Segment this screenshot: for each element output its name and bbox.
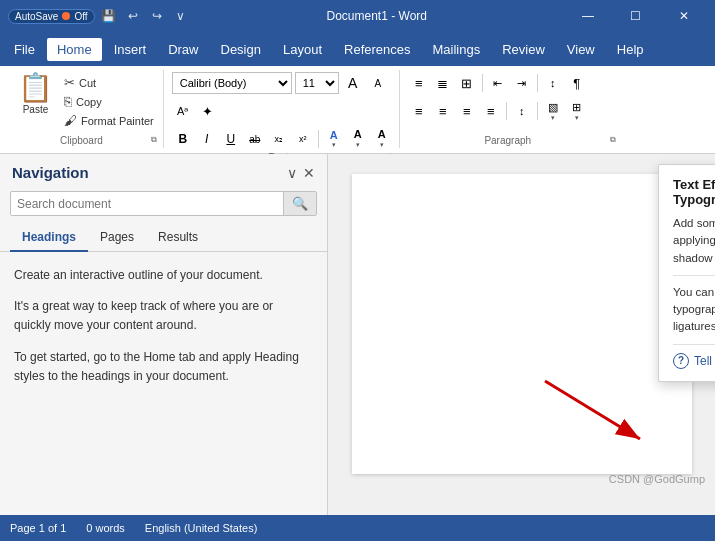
multilevel-btn[interactable]: ⊞ — [456, 72, 478, 94]
cut-button[interactable]: ✂ Cut — [61, 74, 157, 91]
font-name-row: Calibri (Body) 11 A A — [172, 72, 393, 94]
nav-chevron-icon[interactable]: ∨ — [287, 165, 297, 181]
menu-help[interactable]: Help — [607, 38, 654, 61]
text-effects-button[interactable]: A ▾ — [323, 128, 345, 150]
nav-para-2: It's a great way to keep track of where … — [14, 297, 313, 335]
menu-home[interactable]: Home — [47, 38, 102, 61]
document-area: Text Effects and Typography Add some fla… — [328, 154, 715, 515]
font-color-button[interactable]: A ▾ — [371, 128, 393, 150]
nav-para-1: Create an interactive outline of your do… — [14, 266, 313, 285]
menu-references[interactable]: References — [334, 38, 420, 61]
customize-icon[interactable]: ∨ — [173, 8, 189, 24]
shading-arrow: ▾ — [551, 114, 555, 122]
font-format-row: Aᵃ ✦ — [172, 100, 393, 122]
menu-draw[interactable]: Draw — [158, 38, 208, 61]
increase-indent-btn[interactable]: ⇥ — [511, 72, 533, 94]
search-button[interactable]: 🔍 — [283, 192, 316, 215]
superscript-button[interactable]: x² — [292, 128, 314, 150]
menu-view[interactable]: View — [557, 38, 605, 61]
menu-file[interactable]: File — [4, 38, 45, 61]
copy-label: Copy — [76, 96, 102, 108]
save-icon[interactable]: 💾 — [101, 8, 117, 24]
bullets-btn[interactable]: ≡ — [408, 72, 430, 94]
maximize-button[interactable]: ☐ — [613, 0, 659, 32]
autosave-toggle[interactable]: AutoSave Off — [8, 9, 95, 24]
para-sep1 — [482, 74, 483, 92]
highlight-button[interactable]: A ▾ — [347, 128, 369, 150]
show-para-btn[interactable]: ¶ — [566, 72, 588, 94]
nav-header: Navigation ∨ ✕ — [0, 154, 327, 187]
para-sep3 — [506, 102, 507, 120]
para-align-row: ≡ ≡ ≡ ≡ ↕ ▧ ▾ ⊞ ▾ — [408, 100, 588, 122]
clipboard-group: 📋 Paste ✂ Cut ⎘ Copy 🖌 Format Painter C — [8, 70, 164, 148]
autosave-dot — [62, 12, 70, 20]
font-name-select[interactable]: Calibri (Body) — [172, 72, 292, 94]
increase-font-btn[interactable]: A — [342, 72, 364, 94]
tab-results[interactable]: Results — [146, 224, 210, 252]
format-painter-button[interactable]: 🖌 Format Painter — [61, 112, 157, 129]
decrease-font-btn[interactable]: A — [367, 72, 389, 94]
para-label-row: Paragraph ⧉ — [408, 133, 616, 146]
justify-btn[interactable]: ≡ — [480, 100, 502, 122]
borders-button[interactable]: ⊞ ▾ — [566, 100, 588, 122]
font-size-select[interactable]: 11 — [295, 72, 339, 94]
format-painter-label: Format Painter — [81, 115, 154, 127]
paste-label: Paste — [23, 104, 49, 115]
para-list-row: ≡ ≣ ⊞ ⇤ ⇥ ↕ ¶ — [408, 72, 588, 94]
para-expand-icon[interactable]: ⧉ — [610, 135, 616, 145]
redo-icon[interactable]: ↪ — [149, 8, 165, 24]
language: English (United States) — [145, 522, 258, 534]
subscript-button[interactable]: x₂ — [268, 128, 290, 150]
quick-access-toolbar: 💾 ↩ ↪ ∨ — [101, 8, 189, 24]
nav-tabs: Headings Pages Results — [0, 224, 327, 252]
para-sep2 — [537, 74, 538, 92]
minimize-button[interactable]: — — [565, 0, 611, 32]
align-right-btn[interactable]: ≡ — [456, 100, 478, 122]
menu-mailings[interactable]: Mailings — [423, 38, 491, 61]
text-effects-icon: A — [330, 130, 338, 141]
shading-button[interactable]: ▧ ▾ — [542, 100, 564, 122]
tooltip-title: Text Effects and Typography — [673, 177, 715, 207]
decrease-indent-btn[interactable]: ⇤ — [487, 72, 509, 94]
menu-design[interactable]: Design — [211, 38, 271, 61]
red-arrow-icon — [535, 371, 655, 451]
sort-btn[interactable]: ↕ — [542, 72, 564, 94]
menu-insert[interactable]: Insert — [104, 38, 157, 61]
menu-review[interactable]: Review — [492, 38, 555, 61]
cut-icon: ✂ — [64, 75, 75, 90]
clear-format-btn[interactable]: ✦ — [197, 100, 219, 122]
nav-controls: ∨ ✕ — [287, 165, 315, 181]
copy-button[interactable]: ⎘ Copy — [61, 93, 157, 110]
borders-icon: ⊞ — [572, 101, 581, 114]
search-input[interactable] — [11, 193, 283, 215]
italic-button[interactable]: I — [196, 128, 218, 150]
bold-button[interactable]: B — [172, 128, 194, 150]
line-spacing-btn[interactable]: ↕ — [511, 100, 533, 122]
para-sep4 — [537, 102, 538, 120]
align-center-btn[interactable]: ≡ — [432, 100, 454, 122]
menu-layout[interactable]: Layout — [273, 38, 332, 61]
tooltip-popup: Text Effects and Typography Add some fla… — [658, 164, 715, 382]
clipboard-group-label: Clipboard — [14, 133, 149, 146]
align-left-btn[interactable]: ≡ — [408, 100, 430, 122]
nav-search-row: 🔍 — [0, 187, 327, 224]
borders-arrow: ▾ — [575, 114, 579, 122]
tell-me-more-link[interactable]: ? Tell me more — [673, 353, 715, 369]
undo-icon[interactable]: ↩ — [125, 8, 141, 24]
strikethrough-button[interactable]: ab — [244, 128, 266, 150]
nav-para-3: To get started, go to the Home tab and a… — [14, 348, 313, 386]
tooltip-divider2 — [673, 344, 715, 345]
clipboard-label-row: Clipboard ⧉ — [14, 133, 157, 146]
change-case-btn[interactable]: Aᵃ — [172, 100, 194, 122]
page-info: Page 1 of 1 — [10, 522, 66, 534]
numbering-btn[interactable]: ≣ — [432, 72, 454, 94]
text-effects-arrow: ▾ — [332, 141, 336, 149]
paste-button[interactable]: 📋 Paste — [14, 72, 57, 117]
tab-pages[interactable]: Pages — [88, 224, 146, 252]
underline-button[interactable]: U — [220, 128, 242, 150]
nav-close-icon[interactable]: ✕ — [303, 165, 315, 181]
highlight-icon: A — [354, 129, 362, 140]
tab-headings[interactable]: Headings — [10, 224, 88, 252]
close-button[interactable]: ✕ — [661, 0, 707, 32]
clipboard-expand-icon[interactable]: ⧉ — [151, 135, 157, 145]
